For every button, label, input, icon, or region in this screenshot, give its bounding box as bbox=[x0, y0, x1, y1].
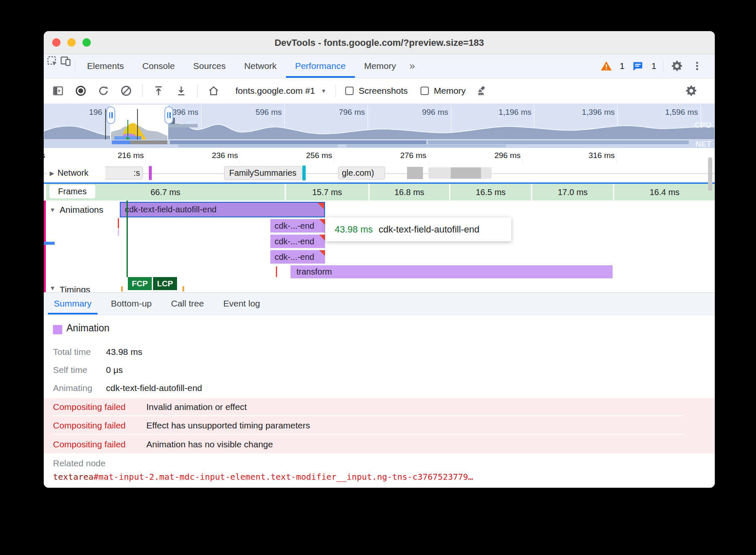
tab-elements[interactable]: Elements bbox=[78, 54, 133, 78]
tab-summary[interactable]: Summary bbox=[48, 293, 98, 314]
screenshot-stage: DevTools - fonts.google.com/?preview.siz… bbox=[0, 0, 756, 555]
reload-record-icon[interactable] bbox=[97, 84, 110, 98]
compositing-failed-message: Invalid animation or effect bbox=[146, 402, 247, 412]
track-scroll-indicator bbox=[44, 242, 55, 245]
warning-corner-icon bbox=[319, 219, 325, 225]
frame-segment[interactable]: 17.0 ms bbox=[532, 184, 613, 201]
clear-icon[interactable] bbox=[119, 84, 133, 98]
network-track[interactable]: :s ▶ Network FamilySummaries gle.com) bbox=[44, 164, 715, 182]
related-node-value[interactable]: textarea#mat-input-2.mat-mdc-input-eleme… bbox=[53, 472, 473, 482]
fcp-badge[interactable]: FCP bbox=[128, 277, 152, 290]
warning-icon[interactable] bbox=[600, 59, 613, 73]
tab-memory[interactable]: Memory bbox=[355, 54, 405, 78]
animation-bar-transform[interactable]: transform bbox=[291, 265, 613, 278]
frame-segment[interactable]: 16.8 ms bbox=[370, 184, 449, 201]
load-profile-icon[interactable] bbox=[152, 84, 165, 98]
timings-track-header[interactable]: ▼ Timings bbox=[50, 285, 90, 292]
animations-track-header[interactable]: ▼ Animations bbox=[50, 205, 103, 215]
timeline-overview[interactable]: 196 ms 396 ms 596 ms 796 ms 996 ms 1,196… bbox=[44, 104, 715, 148]
screenshots-toggle[interactable]: Screenshots bbox=[345, 86, 408, 96]
frames-track[interactable]: 66.7 ms 15.7 ms 16.8 ms 16.5 ms 17.0 ms … bbox=[44, 182, 715, 201]
animating-label: Animating bbox=[53, 383, 106, 393]
animation-legend-swatch bbox=[53, 325, 62, 334]
node-selector: #mat-input-2.mat-mdc-input-element.text-… bbox=[93, 472, 473, 482]
settings-gear-icon[interactable] bbox=[670, 59, 684, 73]
screenshots-checkbox[interactable] bbox=[345, 87, 354, 95]
device-toolbar-icon[interactable] bbox=[59, 54, 72, 68]
total-time-label: Total time bbox=[53, 347, 106, 357]
animations-track[interactable]: ▼ Animations cdk-text-field-autofill-end… bbox=[44, 201, 715, 292]
tab-network[interactable]: Network bbox=[235, 54, 286, 78]
animation-tick-red bbox=[118, 218, 119, 228]
selection-handle-right[interactable] bbox=[164, 106, 173, 124]
ruler-overflow-label: s bbox=[44, 151, 47, 160]
cpu-strip-label: CPU bbox=[695, 121, 711, 130]
more-tabs-icon[interactable]: » bbox=[405, 54, 419, 78]
memory-toggle[interactable]: Memory bbox=[420, 86, 466, 96]
tab-sources[interactable]: Sources bbox=[184, 54, 235, 78]
animating-value: cdk-text-field-autofill-end bbox=[106, 383, 202, 393]
net-bar bbox=[178, 145, 338, 147]
net-bar bbox=[170, 140, 426, 144]
frame-segment[interactable]: 16.5 ms bbox=[450, 184, 531, 201]
expand-down-icon: ▼ bbox=[50, 206, 56, 213]
kebab-menu-icon[interactable] bbox=[690, 59, 704, 73]
overview-time-label: 1,596 ms bbox=[648, 108, 698, 117]
selection-handle-left[interactable] bbox=[106, 106, 115, 124]
compositing-failed-message: Animation has no visible change bbox=[146, 439, 273, 449]
memory-checkbox[interactable] bbox=[420, 87, 429, 95]
target-selector-label: fonts.google.com #1 bbox=[235, 86, 315, 96]
frame-segment[interactable]: 16.4 ms bbox=[614, 184, 715, 201]
animation-bar-main[interactable]: cdk-text-field-autofill-end bbox=[120, 202, 325, 217]
lcp-badge[interactable]: LCP bbox=[153, 277, 177, 290]
target-selector[interactable]: fonts.google.com #1 ▼ bbox=[235, 86, 326, 96]
overview-fcp-line bbox=[127, 120, 128, 140]
compositing-warning-row: Compositing failed Animation has no visi… bbox=[53, 435, 684, 453]
network-request-pill[interactable]: FamilySummaries bbox=[224, 166, 301, 180]
warning-corner-icon bbox=[319, 235, 325, 240]
detail-ruler: s 216 ms 236 ms 256 ms 276 ms 296 ms 316… bbox=[44, 148, 715, 164]
network-track-header[interactable]: ▶ Network bbox=[47, 166, 105, 180]
animation-bar-small[interactable]: cdk-...-end bbox=[270, 250, 325, 264]
toggle-sidebar-icon[interactable] bbox=[51, 84, 65, 98]
network-guide-line bbox=[492, 173, 618, 174]
related-node-label: Related node bbox=[53, 458, 106, 468]
screenshots-label: Screenshots bbox=[359, 86, 408, 96]
capture-settings-gear-icon[interactable] bbox=[685, 84, 698, 98]
tab-bottom-up[interactable]: Bottom-up bbox=[105, 293, 158, 314]
animation-bar-small[interactable]: cdk-...-end bbox=[270, 219, 325, 233]
home-icon[interactable] bbox=[207, 84, 220, 98]
node-tag: textarea bbox=[53, 472, 93, 482]
performance-toolbar: fonts.google.com #1 ▼ Screenshots Memory bbox=[44, 78, 715, 104]
network-request-block[interactable] bbox=[407, 167, 423, 179]
collect-garbage-icon[interactable] bbox=[475, 84, 489, 98]
overview-event-line bbox=[137, 109, 138, 140]
tab-call-tree[interactable]: Call tree bbox=[165, 293, 210, 314]
network-request-pill[interactable]: gle.com) bbox=[338, 166, 385, 180]
overview-time-label: 996 ms bbox=[398, 108, 448, 117]
compositing-failed-label: Compositing failed bbox=[53, 420, 146, 431]
frame-segment[interactable]: 15.7 ms bbox=[286, 184, 368, 201]
devtools-window: DevTools - fonts.google.com/?preview.siz… bbox=[44, 31, 715, 488]
tab-performance[interactable]: Performance bbox=[286, 54, 355, 78]
network-marker-violet bbox=[149, 166, 152, 180]
vertical-scrollbar-thumb[interactable] bbox=[708, 157, 712, 191]
network-marker-cyan bbox=[302, 166, 306, 180]
issues-message-icon[interactable] bbox=[631, 59, 645, 73]
net-strip-label: NET bbox=[695, 140, 711, 148]
frames-track-label: Frames bbox=[50, 185, 95, 198]
tab-console[interactable]: Console bbox=[133, 54, 184, 78]
compositing-warnings: Compositing failed Invalid animation or … bbox=[44, 398, 715, 453]
overview-time-label: 596 ms bbox=[231, 108, 282, 117]
animation-tick-purple bbox=[118, 229, 119, 236]
record-icon[interactable] bbox=[74, 84, 87, 98]
compositing-failed-label: Compositing failed bbox=[53, 402, 146, 412]
network-track-label: Network bbox=[58, 168, 88, 178]
toolbar-divider bbox=[197, 85, 198, 97]
network-request-block bbox=[451, 167, 481, 179]
animation-bar-small[interactable]: cdk-...-end bbox=[270, 235, 325, 248]
tab-event-log[interactable]: Event log bbox=[217, 293, 266, 314]
inspect-element-icon[interactable] bbox=[45, 54, 59, 68]
overview-time-label: 1,196 ms bbox=[481, 108, 531, 117]
save-profile-icon[interactable] bbox=[174, 84, 188, 98]
